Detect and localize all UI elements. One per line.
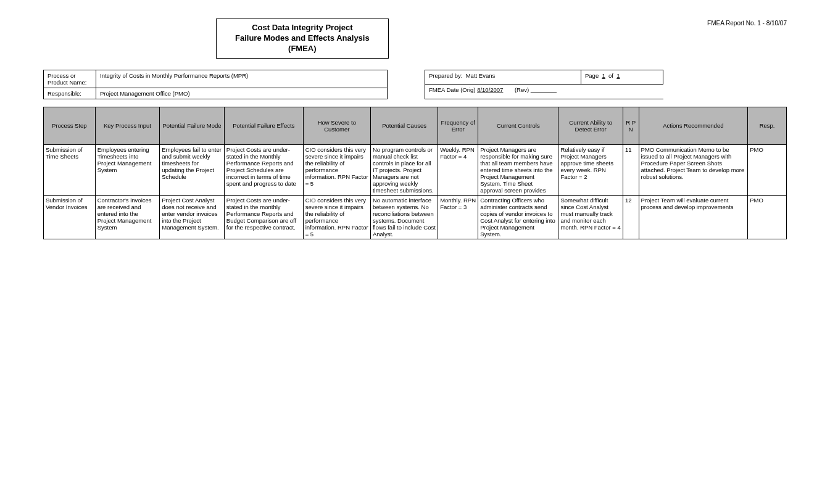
- cell-actions: Project Team will evaluate current proce…: [639, 195, 748, 239]
- process-value: Integrity of Costs in Monthly Performanc…: [96, 70, 388, 88]
- prepared-value: Matt Evans: [466, 72, 496, 79]
- meta-row: Process or Product Name: Integrity of Co…: [43, 70, 787, 99]
- page-total: 1: [616, 72, 620, 79]
- cell-detect: Somewhat difficult since Cost Analyst mu…: [558, 195, 623, 239]
- title-line-1: Cost Data Integrity Project: [235, 23, 370, 33]
- table-row: Submission of Time SheetsEmployees enter…: [44, 144, 787, 195]
- cell-rpn: 11: [623, 144, 639, 195]
- prepared-label: Prepared by:: [429, 72, 462, 79]
- meta-left-table: Process or Product Name: Integrity of Co…: [43, 70, 388, 99]
- col-resp: Resp.: [748, 107, 787, 144]
- cell-rpn: 12: [623, 195, 639, 239]
- cell-input: Contractor's invoices are received and e…: [95, 195, 160, 239]
- cell-severity: CIO considers this very severe since it …: [303, 195, 370, 239]
- col-rpn: R P N: [623, 107, 639, 144]
- cell-causes: No program controls or manual check list…: [370, 144, 438, 195]
- cell-mode: Employees fail to enter and submit weekl…: [160, 144, 225, 195]
- header-row: Cost Data Integrity Project Failure Mode…: [43, 19, 787, 59]
- col-freq: Frequency of Error: [438, 107, 478, 144]
- cell-frequency: Monthly. RPN Factor = 3: [438, 195, 478, 239]
- responsible-label: Responsible:: [44, 88, 96, 99]
- col-mode: Potential Failure Mode: [160, 107, 225, 144]
- table-header-row: Process Step Key Process Input Potential…: [44, 107, 787, 144]
- report-number: FMEA Report No. 1 - 8/10/07: [707, 19, 787, 27]
- title-line-3: (FMEA): [235, 44, 370, 54]
- col-act: Actions Recommended: [639, 107, 748, 144]
- fmea-table: Process Step Key Process Input Potential…: [43, 107, 787, 239]
- cell-resp: PMO: [748, 144, 787, 195]
- page-label: Page: [585, 72, 599, 79]
- cell-frequency: Weekly. RPN Factor = 4: [438, 144, 478, 195]
- cell-effects: Project Costs are under-stated in the Mo…: [224, 144, 303, 195]
- responsible-value: Project Management Office (PMO): [96, 88, 388, 99]
- col-input: Key Process Input: [95, 107, 160, 144]
- cell-causes: No automatic interface between systems. …: [370, 195, 438, 239]
- cell-detect: Relatively easy if Project Managers appr…: [558, 144, 623, 195]
- col-ctrl: Current Controls: [478, 107, 558, 144]
- cell-severity: CIO considers this very severe since it …: [303, 144, 370, 195]
- cell-controls: Contracting Officers who administer cont…: [478, 195, 558, 239]
- col-detect: Current Ability to Detect Error: [558, 107, 623, 144]
- cell-actions: PMO Communication Memo to be issued to a…: [639, 144, 748, 195]
- col-effect: Potential Failure Effects: [224, 107, 303, 144]
- cell-input: Employees entering Timesheets into Proje…: [95, 144, 160, 195]
- page-cell: Page 1 of 1: [581, 70, 663, 85]
- cell-effects: Project Costs are under-stated in the mo…: [224, 195, 303, 239]
- cell-step: Submission of Time Sheets: [44, 144, 96, 195]
- prepared-by-cell: Prepared by: Matt Evans: [425, 70, 581, 85]
- table-row: Submission of Vendor InvoicesContractor'…: [44, 195, 787, 239]
- date-cell: FMEA Date (Orig) 8/10/2007 (Rev): [425, 85, 663, 99]
- title-line-2: Failure Modes and Effects Analysis: [235, 33, 370, 44]
- page-num: 1: [602, 72, 605, 79]
- col-step: Process Step: [44, 107, 96, 144]
- process-label: Process or Product Name:: [44, 70, 96, 88]
- cell-step: Submission of Vendor Invoices: [44, 195, 96, 239]
- cell-mode: Project Cost Analyst does not receive an…: [160, 195, 225, 239]
- col-cause: Potential Causes: [370, 107, 438, 144]
- rev-label: (Rev): [515, 86, 529, 93]
- date-value: 8/10/2007: [477, 86, 503, 93]
- title-box: Cost Data Integrity Project Failure Mode…: [216, 19, 389, 59]
- date-label: FMEA Date (Orig): [429, 86, 476, 93]
- cell-controls: Project Managers are responsible for mak…: [478, 144, 558, 195]
- rev-value: [531, 86, 557, 93]
- col-sev: How Severe to Customer: [303, 107, 370, 144]
- cell-resp: PMO: [748, 195, 787, 239]
- meta-right-table: Prepared by: Matt Evans Page 1 of 1 FMEA…: [425, 70, 663, 99]
- page-of: of: [608, 72, 613, 79]
